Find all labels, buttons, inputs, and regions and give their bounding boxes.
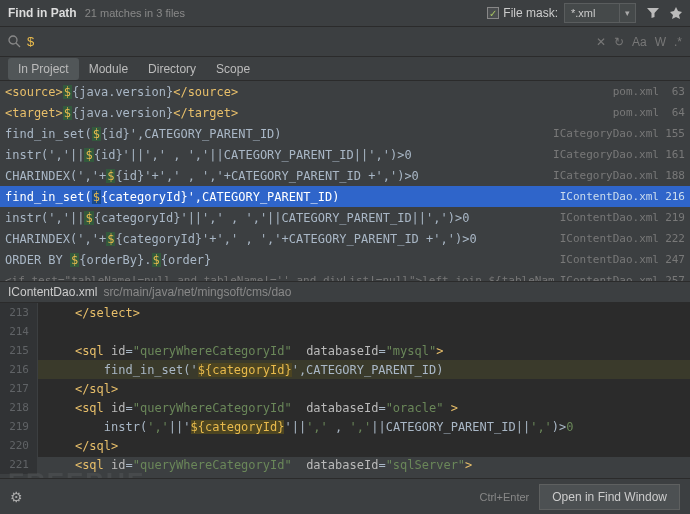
result-row[interactable]: <target>${java.version}</target>pom.xml6… — [0, 102, 690, 123]
result-line: 222 — [663, 232, 685, 245]
result-line: 188 — [663, 169, 685, 182]
result-line: 64 — [663, 106, 685, 119]
check-icon: ✓ — [487, 7, 499, 19]
open-find-window-button[interactable]: Open in Find Window — [539, 484, 680, 510]
tab-in-project[interactable]: In Project — [8, 58, 79, 80]
regex-icon[interactable]: .* — [674, 35, 682, 49]
svg-point-0 — [9, 36, 17, 44]
pin-icon[interactable] — [670, 7, 682, 19]
tab-module[interactable]: Module — [79, 58, 138, 80]
line-number: 215 — [0, 341, 38, 360]
result-row[interactable]: CHARINDEX(','+${id}'+',' , ','+CATEGORY_… — [0, 165, 690, 186]
code-line: 214 — [0, 322, 690, 341]
code-line: 216 find_in_set('${categoryId}',CATEGORY… — [0, 360, 690, 379]
code-line: 213 </select> — [0, 303, 690, 322]
word-icon[interactable]: W — [655, 35, 666, 49]
filemask-dropdown[interactable]: ▾ — [620, 3, 636, 23]
code-line: 221 <sql id="queryWhereCategoryId" datab… — [0, 455, 690, 474]
line-number: 220 — [0, 436, 38, 455]
result-row[interactable]: find_in_set(${id}',CATEGORY_PARENT_ID)IC… — [0, 123, 690, 144]
result-file: IContentDao.xml — [560, 211, 659, 224]
result-line: 63 — [663, 85, 685, 98]
result-line: 155 — [663, 127, 685, 140]
history-icon[interactable]: ↻ — [614, 35, 624, 49]
line-number: 221 — [0, 455, 38, 474]
case-icon[interactable]: Aa — [632, 35, 647, 49]
result-file: ICategoryDao.xml — [553, 148, 659, 161]
tab-directory[interactable]: Directory — [138, 58, 206, 80]
result-row[interactable]: instr(','||${categoryId}'||',' , ','||CA… — [0, 207, 690, 228]
clear-icon[interactable]: ✕ — [596, 35, 606, 49]
result-file: pom.xml — [613, 85, 659, 98]
result-file: IContentDao.xml — [560, 253, 659, 266]
preview-filename: IContentDao.xml — [8, 285, 97, 299]
result-row[interactable]: instr(','||${id}'||',' , ','||CATEGORY_P… — [0, 144, 690, 165]
shortcut-hint: Ctrl+Enter — [479, 491, 529, 503]
result-row[interactable]: ORDER BY ${orderBy}.${order}IContentDao.… — [0, 249, 690, 270]
line-number: 214 — [0, 322, 38, 341]
filter-icon[interactable] — [646, 6, 660, 20]
result-line: 216 — [663, 190, 685, 203]
result-file: IContentDao.xml — [560, 190, 659, 203]
dialog-title: Find in Path — [8, 6, 77, 20]
code-line: 217 </sql> — [0, 379, 690, 398]
code-line: 219 instr(','||'${categoryId}'||',' , ',… — [0, 417, 690, 436]
code-line: 218 <sql id="queryWhereCategoryId" datab… — [0, 398, 690, 417]
result-row[interactable]: find_in_set(${categoryId}',CATEGORY_PARE… — [0, 186, 690, 207]
line-number: 216 — [0, 360, 38, 379]
result-file: IContentDao.xml — [560, 232, 659, 245]
code-line: 220 </sql> — [0, 436, 690, 455]
line-number: 219 — [0, 417, 38, 436]
result-row[interactable]: CHARINDEX(','+${categoryId}'+',' , ','+C… — [0, 228, 690, 249]
line-number: 213 — [0, 303, 38, 322]
result-row[interactable]: <source>${java.version}</source>pom.xml6… — [0, 81, 690, 102]
preview-dirpath: src/main/java/net/mingsoft/cms/dao — [103, 285, 291, 299]
filemask-checkbox[interactable]: ✓ File mask: — [487, 6, 558, 20]
code-line: 215 <sql id="queryWhereCategoryId" datab… — [0, 341, 690, 360]
line-number: 217 — [0, 379, 38, 398]
result-file: pom.xml — [613, 106, 659, 119]
search-input[interactable] — [27, 34, 588, 49]
result-row[interactable]: <if test="tableName!=null and tableName!… — [0, 270, 690, 281]
match-count: 21 matches in 3 files — [85, 7, 488, 19]
tab-scope[interactable]: Scope — [206, 58, 260, 80]
settings-icon[interactable]: ⚙ — [10, 489, 23, 505]
result-line: 219 — [663, 211, 685, 224]
filemask-input[interactable] — [564, 3, 620, 23]
result-line: 161 — [663, 148, 685, 161]
search-icon — [8, 35, 21, 48]
result-file: ICategoryDao.xml — [553, 127, 659, 140]
result-line: 247 — [663, 253, 685, 266]
svg-line-1 — [16, 43, 20, 47]
line-number: 218 — [0, 398, 38, 417]
result-file: ICategoryDao.xml — [553, 169, 659, 182]
